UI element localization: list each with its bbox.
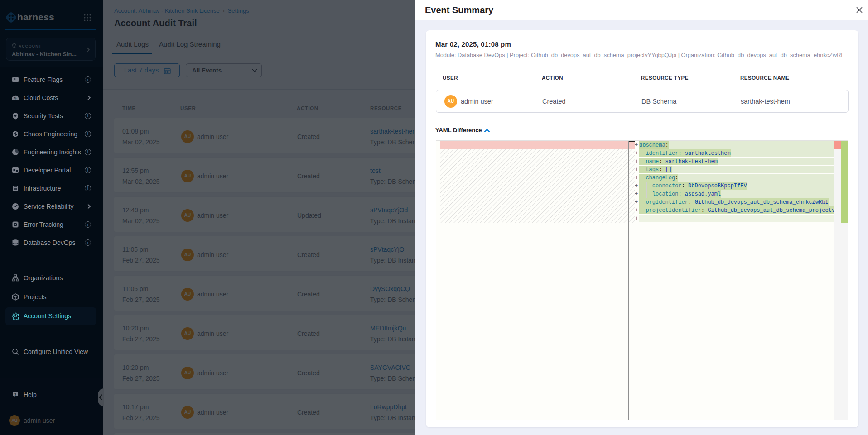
svg-text:$: $ [14,96,17,100]
svg-text:?: ? [14,392,17,397]
